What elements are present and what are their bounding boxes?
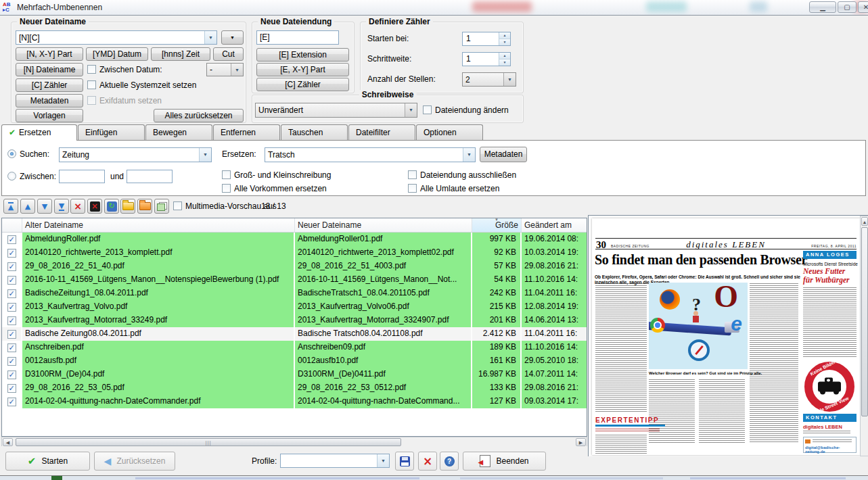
preview-vertical-scrollbar[interactable]: ▲: [860, 216, 868, 456]
header-size[interactable]: ▼Größe: [472, 218, 522, 232]
move-top-button[interactable]: ▲: [3, 199, 18, 214]
chevron-down-icon[interactable]: ▼: [199, 148, 211, 162]
table-row[interactable]: ✓ 2016-10-11_41569_Lütgens_Manon__Notens…: [2, 273, 587, 287]
header-new-name[interactable]: Neuer Dateiname: [295, 218, 472, 232]
scrollbar-thumb[interactable]: |||: [16, 438, 401, 446]
table-row[interactable]: ✓ Badische Zeitung08.04.2011.pdf Badisch…: [2, 327, 587, 341]
spin-down-icon[interactable]: ▼: [499, 59, 510, 66]
tab[interactable]: ✔Einfügen: [78, 124, 145, 140]
maximize-button[interactable]: ▢: [838, 1, 856, 13]
move-bottom-button[interactable]: ▼: [54, 199, 69, 214]
insert-time-button[interactable]: [hnns] Zeit: [151, 47, 210, 61]
case-sensitive-checkbox[interactable]: [222, 170, 231, 179]
refresh-list-button[interactable]: ↻: [104, 199, 119, 214]
tab[interactable]: ✔Dateifilter: [348, 124, 415, 140]
table-row[interactable]: ✓ 0012ausfb.pdf 0012ausfb10.pdf 161 KB 2…: [2, 354, 587, 368]
table-row[interactable]: ✓ BadischeZeitung1_08.04.2011.pdf Badisc…: [2, 287, 587, 300]
case-combobox[interactable]: Unverändert ▼: [255, 103, 417, 118]
templates-button[interactable]: Vorlagen: [16, 109, 83, 122]
spin-down-icon[interactable]: ▼: [499, 39, 510, 45]
add-folder-button[interactable]: [137, 199, 152, 214]
tab[interactable]: ✔Bewegen: [145, 124, 212, 140]
table-row[interactable]: ✓ 20140120_richtwerte_2013_komplett.pdf …: [2, 246, 587, 260]
insert-counter-button[interactable]: [C] Zähler: [16, 78, 83, 92]
between-to-input[interactable]: [127, 170, 173, 183]
row-checkbox[interactable]: ✓: [7, 343, 16, 352]
help-button[interactable]: ?: [440, 452, 459, 471]
row-checkbox[interactable]: ✓: [7, 398, 16, 406]
tab[interactable]: ✔Entfernen: [213, 124, 280, 140]
spin-up-icon[interactable]: ▲: [499, 32, 510, 39]
chevron-down-icon[interactable]: ▼: [231, 64, 243, 76]
table-row[interactable]: ✓ AbmeldungRoller.pdf AbmeldungRoller01.…: [2, 233, 587, 246]
chevron-down-icon[interactable]: ▼: [503, 73, 516, 86]
metadata-button[interactable]: Metadaten: [16, 94, 83, 107]
search-radio[interactable]: [7, 149, 16, 158]
tab[interactable]: ✔Optionen: [416, 124, 483, 140]
header-checkbox-column[interactable]: [2, 218, 22, 232]
scroll-right-button[interactable]: ▶: [576, 438, 586, 446]
row-checkbox[interactable]: ✓: [7, 249, 16, 258]
between-from-input[interactable]: [59, 170, 105, 183]
change-extension-checkbox[interactable]: [423, 105, 432, 114]
extension-part-button[interactable]: [E, X-Y] Part: [256, 63, 349, 76]
scroll-up-button[interactable]: ▲: [861, 217, 868, 226]
replace-combobox[interactable]: Tratsch ▼: [265, 147, 476, 162]
chevron-down-icon[interactable]: ▼: [204, 31, 216, 44]
move-up-button[interactable]: ▲: [20, 199, 35, 214]
digits-combobox[interactable]: 2 ▼: [462, 72, 516, 87]
quit-button[interactable]: ◀ Beenden: [463, 452, 546, 471]
row-checkbox[interactable]: ✓: [7, 303, 16, 312]
table-row[interactable]: ✓ 29_08_2016_22_53_05.pdf 29_08_2016_22_…: [2, 381, 587, 395]
insert-filename-button[interactable]: [N] Dateiname: [16, 63, 83, 76]
save-profile-button[interactable]: [395, 452, 414, 471]
table-row[interactable]: ✓ 29_08_2016_22_51_40.pdf 29_08_2016_22_…: [2, 260, 587, 273]
tab[interactable]: ✔Tauschen: [281, 124, 348, 140]
close-button[interactable]: ✕: [858, 1, 868, 13]
reset-button[interactable]: ◀ Zurücksetzen: [94, 452, 175, 471]
scroll-left-button[interactable]: ◀: [3, 438, 13, 446]
between-radio[interactable]: [7, 172, 16, 181]
duplicate-list-button[interactable]: [154, 199, 169, 214]
multimedia-preview-checkbox[interactable]: [173, 201, 182, 210]
row-checkbox[interactable]: ✓: [7, 357, 16, 366]
extension-pattern-input[interactable]: [E]: [256, 30, 339, 45]
row-checkbox[interactable]: ✓: [7, 262, 16, 271]
header-modified[interactable]: Geändert am: [522, 218, 587, 232]
insert-date-button[interactable]: [YMD] Datum: [86, 47, 148, 61]
reset-all-button[interactable]: Alles zurücksetzen: [154, 109, 244, 122]
chevron-down-icon[interactable]: ▼: [377, 454, 389, 467]
pattern-menu-button[interactable]: ▼: [221, 30, 244, 45]
start-button[interactable]: ✔ Starten: [5, 452, 90, 471]
table-row[interactable]: ✓ 2014-02-04-quittung-nachn-DateCommande…: [2, 395, 587, 408]
remove-file-button[interactable]: ×: [70, 199, 85, 214]
title-bar[interactable]: AB▸C Mehrfach-Umbenennen ▁ ▢ ✕: [0, 0, 868, 16]
replace-all-occurrences-checkbox[interactable]: [222, 184, 231, 193]
row-checkbox[interactable]: ✓: [7, 384, 16, 393]
chevron-down-icon[interactable]: ▼: [405, 103, 417, 117]
row-checkbox[interactable]: ✓: [7, 235, 16, 244]
insert-name-part-button[interactable]: [N, X-Y] Part: [16, 47, 83, 61]
profile-combobox[interactable]: ▼: [280, 454, 390, 468]
scrollbar-thumb[interactable]: [861, 227, 868, 416]
cut-button[interactable]: Cut: [213, 47, 244, 61]
table-row[interactable]: ✓ 2013_Kaufvertrag_Motorrad_33249.pdf 20…: [2, 314, 587, 327]
table-row[interactable]: ✓ 2013_Kaufvertrag_Volvo.pdf 2013_Kaufve…: [2, 300, 587, 314]
header-old-name[interactable]: Alter Dateiname: [22, 218, 295, 232]
minimize-button[interactable]: ▁: [809, 1, 836, 13]
delete-profile-button[interactable]: ×: [418, 452, 437, 471]
open-folder-button[interactable]: [120, 199, 135, 214]
remove-all-button[interactable]: ×: [87, 199, 102, 214]
insert-extension-button[interactable]: [E] Extension: [256, 48, 349, 62]
table-row[interactable]: ✓ Anschreiben.pdf Anschreiben09.pdf 189 …: [2, 341, 587, 354]
date-separator-combobox[interactable]: - ▼: [206, 63, 244, 76]
start-spinner[interactable]: 1 ▲▼: [462, 32, 511, 46]
table-row[interactable]: ✓ D3100RM_(De)04.pdf D3100RM_(De)0411.pd…: [2, 368, 587, 381]
row-checkbox[interactable]: ✓: [7, 276, 16, 285]
row-checkbox[interactable]: ✓: [7, 316, 16, 325]
between-date-checkbox[interactable]: [87, 65, 96, 74]
replace-umlauts-checkbox[interactable]: [408, 184, 417, 193]
spin-up-icon[interactable]: ▲: [499, 53, 510, 59]
row-checkbox[interactable]: ✓: [7, 289, 16, 298]
search-combobox[interactable]: Zeitung ▼: [59, 147, 212, 162]
